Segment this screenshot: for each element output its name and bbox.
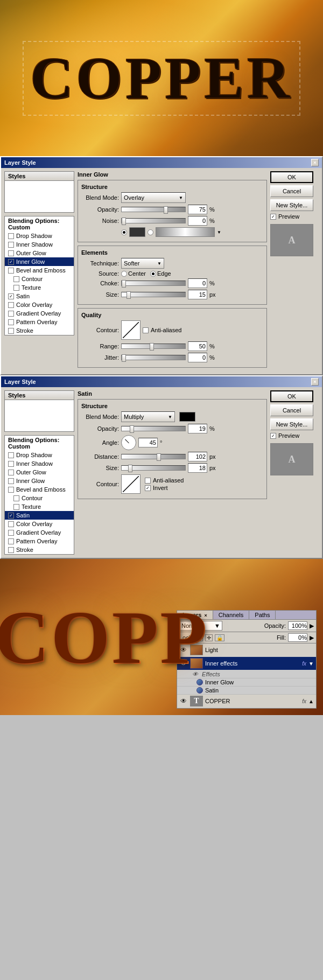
opacity-thumb[interactable] <box>164 206 168 214</box>
contour-preview-2[interactable] <box>121 474 141 494</box>
opacity-arrow-layers[interactable]: ▶ <box>310 622 314 629</box>
preview-checkbox-2[interactable] <box>270 433 276 439</box>
inner-shadow-checkbox-2[interactable] <box>8 461 14 467</box>
anti-aliased-checkbox[interactable] <box>143 327 149 333</box>
jitter-slider[interactable] <box>121 355 186 360</box>
color-overlay-checkbox-2[interactable] <box>8 521 14 527</box>
inner-glow-checkbox[interactable] <box>8 259 14 265</box>
drop-shadow-checkbox-2[interactable] <box>8 452 14 458</box>
jitter-input[interactable] <box>188 353 207 362</box>
distance-input[interactable] <box>188 452 207 461</box>
opacity-thumb-2[interactable] <box>130 425 134 433</box>
satin-checkbox[interactable] <box>8 293 14 299</box>
effect-satin[interactable]: Satin <box>5 292 74 300</box>
effect-texture[interactable]: Texture <box>5 283 74 292</box>
color-overlay-checkbox[interactable] <box>8 302 14 308</box>
blend-mode-dropdown[interactable]: Overlay ▼ <box>121 192 186 203</box>
choke-thumb[interactable] <box>122 280 126 288</box>
glow-color-swatch[interactable] <box>129 227 145 237</box>
new-style-button-1[interactable]: New Style... <box>270 199 313 211</box>
dialog-1-close-button[interactable]: × <box>311 159 319 166</box>
range-thumb[interactable] <box>150 343 154 351</box>
distance-thumb[interactable] <box>157 453 161 461</box>
solid-color-radio[interactable] <box>121 229 127 235</box>
effect-outer-glow[interactable]: Outer Glow <box>5 249 74 257</box>
dialog-2-close-button[interactable]: × <box>311 378 319 386</box>
stroke-checkbox[interactable] <box>8 328 14 334</box>
effect-contour[interactable]: Contour <box>5 275 74 283</box>
layers-tab-channels[interactable]: Channels <box>213 611 249 619</box>
pattern-overlay-checkbox-2[interactable] <box>8 538 14 544</box>
texture-checkbox-2[interactable] <box>13 504 19 510</box>
satin-sub[interactable]: Satin <box>177 687 316 695</box>
contour-preview[interactable] <box>121 320 141 340</box>
size-slider-2[interactable] <box>121 465 186 471</box>
noise-thumb[interactable] <box>122 218 126 225</box>
edge-radio[interactable] <box>150 271 156 277</box>
effect-color-overlay[interactable]: Color Overlay <box>5 300 74 309</box>
inner-glow-checkbox-2[interactable] <box>8 478 14 484</box>
ok-button-2[interactable]: OK <box>270 390 313 402</box>
cancel-button-1[interactable]: Cancel <box>270 185 313 197</box>
size-thumb[interactable] <box>127 291 131 299</box>
jitter-thumb[interactable] <box>122 354 126 362</box>
outer-glow-checkbox[interactable] <box>8 250 14 256</box>
effect-satin-2[interactable]: Satin <box>5 511 74 520</box>
effect-pattern-overlay-2[interactable]: Pattern Overlay <box>5 537 74 545</box>
choke-input[interactable] <box>188 278 207 288</box>
fill-input[interactable] <box>288 633 307 642</box>
new-style-button-2[interactable]: New Style... <box>270 418 313 430</box>
ok-button-1[interactable]: OK <box>270 171 313 183</box>
angle-dial[interactable] <box>121 435 136 450</box>
range-input[interactable] <box>188 341 207 351</box>
outer-glow-checkbox-2[interactable] <box>8 470 14 475</box>
effect-inner-glow-2[interactable]: Inner Glow <box>5 477 74 485</box>
copper-expand-arrow[interactable]: ▲ <box>308 698 314 704</box>
noise-input[interactable] <box>188 216 207 226</box>
gradient-overlay-checkbox-2[interactable] <box>8 530 14 536</box>
effect-drop-shadow-2[interactable]: Drop Shadow <box>5 451 74 459</box>
opacity-slider[interactable] <box>121 207 186 212</box>
distance-slider[interactable] <box>121 454 186 459</box>
anti-aliased-checkbox-2[interactable] <box>145 478 151 484</box>
effect-texture-2[interactable]: Texture <box>5 502 74 511</box>
blending-options-item-2[interactable]: Blending Options: Custom <box>5 436 74 451</box>
opacity-input[interactable] <box>188 205 207 214</box>
layers-tab-paths[interactable]: Paths <box>249 611 276 619</box>
texture-checkbox[interactable] <box>13 285 19 291</box>
pattern-overlay-checkbox[interactable] <box>8 319 14 325</box>
inner-shadow-checkbox[interactable] <box>8 242 14 248</box>
effect-contour-2[interactable]: Contour <box>5 494 74 502</box>
range-slider[interactable] <box>121 344 186 349</box>
gradient-dropdown-arrow[interactable]: ▼ <box>217 230 221 235</box>
gradient-radio[interactable] <box>148 229 153 235</box>
contour-checkbox-2[interactable] <box>13 495 19 501</box>
center-radio[interactable] <box>121 271 127 277</box>
size-thumb-2[interactable] <box>128 465 132 472</box>
opacity-input-layers[interactable] <box>288 621 307 630</box>
effect-stroke-2[interactable]: Stroke <box>5 545 74 554</box>
effect-stroke[interactable]: Stroke <box>5 326 74 335</box>
satin-checkbox-2[interactable] <box>8 513 14 519</box>
layer-expand-arrow[interactable]: ▼ <box>308 661 314 667</box>
size-slider[interactable] <box>121 292 186 297</box>
effect-bevel-emboss-2[interactable]: Bevel and Emboss <box>5 485 74 494</box>
opacity-slider-2[interactable] <box>121 426 186 431</box>
cancel-button-2[interactable]: Cancel <box>270 404 313 416</box>
effect-gradient-overlay-2[interactable]: Gradient Overlay <box>5 528 74 537</box>
effect-outer-glow-2[interactable]: Outer Glow <box>5 468 74 477</box>
technique-dropdown[interactable]: Softer ▼ <box>121 258 164 269</box>
bevel-emboss-checkbox[interactable] <box>8 268 14 274</box>
contour-checkbox[interactable] <box>13 276 19 282</box>
size-input[interactable] <box>188 290 207 299</box>
opacity-input-2[interactable] <box>188 424 207 433</box>
fill-arrow[interactable]: ▶ <box>310 634 314 641</box>
noise-slider[interactable] <box>121 218 186 223</box>
blending-options-item[interactable]: Blending Options: Custom <box>5 216 74 232</box>
gradient-overlay-checkbox[interactable] <box>8 311 14 317</box>
effect-inner-glow[interactable]: Inner Glow <box>5 257 74 266</box>
glow-gradient-swatch[interactable] <box>156 227 215 237</box>
bevel-emboss-checkbox-2[interactable] <box>8 487 14 493</box>
choke-slider[interactable] <box>121 281 186 286</box>
size-input-2[interactable] <box>188 463 207 473</box>
